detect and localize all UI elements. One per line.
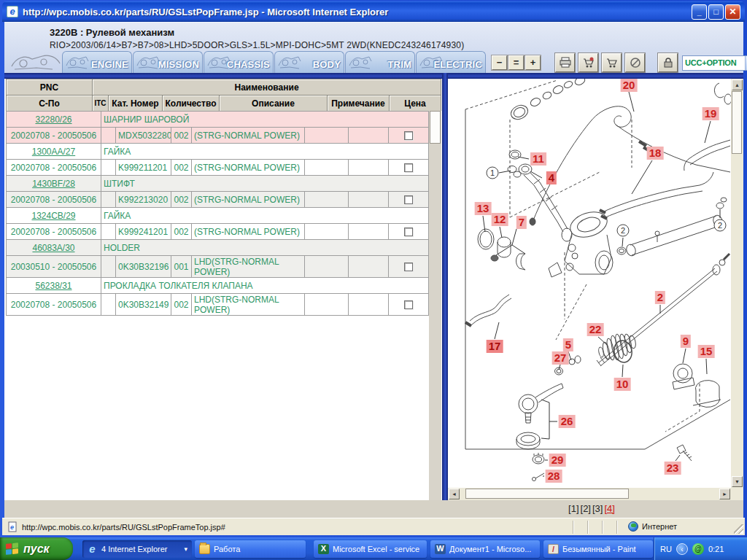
note-cell (305, 256, 349, 278)
part-checkbox[interactable] (404, 228, 413, 236)
taskbar-item-word[interactable]: WДокумент1 - Microso... (430, 540, 540, 558)
scroll-down-icon[interactable]: ▼ (732, 476, 743, 487)
part-number-cell: K992213020 (116, 192, 171, 208)
pnc-row: 56238/31ПРОКЛАДКА ТОЛКАТЕЛЯ КЛАПАНА (7, 278, 429, 294)
scroll-right-icon[interactable]: ► (719, 489, 730, 499)
part-callout-27[interactable]: 27 (552, 351, 569, 365)
cart-add-button[interactable] (578, 53, 598, 72)
tab-electric[interactable]: ELECTRIC (416, 51, 486, 73)
part-callout-19[interactable]: 19 (703, 107, 719, 120)
part-callout-9[interactable]: 9 (681, 335, 691, 348)
zoom-reset-button[interactable]: = (508, 55, 524, 70)
col-header-period: С-По (7, 96, 93, 112)
scroll-up-icon[interactable]: ▲ (732, 79, 743, 90)
part-name-cell: ШТИФТ (101, 176, 429, 192)
status-separator (616, 521, 618, 534)
taskbar-item-excel[interactable]: XMicrosoft Excel - service (314, 540, 427, 558)
period-cell: 20020708 - 20050506 (7, 192, 101, 208)
part-callout-5[interactable]: 5 (563, 338, 573, 351)
part-callout-20[interactable]: 20 (621, 79, 638, 92)
tab-body[interactable]: BODY (274, 51, 344, 73)
taskbar-item-paint[interactable]: /Безымянный - Paint (543, 540, 653, 558)
diagram-frame: 20191811413127217225271091526292823122 ▲… (448, 79, 743, 500)
lock-button[interactable] (658, 53, 678, 72)
part-callout-18[interactable]: 18 (647, 147, 664, 160)
part-callout-10[interactable]: 10 (614, 378, 631, 391)
part-callout-2[interactable]: 2 (655, 291, 665, 304)
part-callout-17[interactable]: 17 (487, 340, 503, 353)
cancel-button[interactable] (625, 53, 645, 72)
svg-text:e: e (10, 524, 14, 531)
print-button[interactable] (555, 53, 575, 72)
part-checkbox[interactable] (404, 163, 413, 172)
zoom-in-button[interactable]: + (525, 55, 541, 70)
pnc-cell: 1430BF/28 (7, 176, 101, 192)
part-checkbox[interactable] (404, 300, 413, 309)
part-callout-15[interactable]: 15 (698, 345, 715, 358)
start-button[interactable]: пуск (0, 537, 73, 560)
diagram-vscrollbar-thumb[interactable] (732, 91, 742, 154)
part-number-cell: 0K30B32196 (116, 256, 171, 278)
pnc-link[interactable]: 32280/26 (35, 114, 71, 125)
part-line-art-icon (347, 52, 374, 71)
part-callout-7[interactable]: 7 (516, 216, 527, 229)
tab-label: BODY (313, 59, 341, 70)
select-cell (389, 224, 429, 240)
pnc-link[interactable]: 56238/31 (35, 281, 71, 291)
scroll-left-icon[interactable]: ◄ (449, 489, 460, 499)
page-link-1[interactable]: [1] (568, 503, 578, 514)
taskbar-item-folder[interactable]: Работа (195, 540, 306, 558)
pnc-cell: 56238/31 (7, 278, 101, 294)
pnc-cell: 32280/26 (7, 112, 101, 128)
tab-engine[interactable]: ENGINE (62, 51, 132, 73)
diagram-hscrollbar[interactable]: ◄ ► (448, 488, 731, 500)
part-callout-11[interactable]: 11 (530, 152, 546, 166)
table-scrollbar-thumb[interactable] (430, 111, 441, 144)
col-header-name: Наименование (93, 79, 441, 96)
chevron-down-icon[interactable]: ▾ (184, 545, 187, 553)
page-link-3[interactable]: [3] (592, 503, 603, 514)
part-callout-22[interactable]: 22 (587, 323, 604, 336)
taskbar-item-ie[interactable]: e4 Internet Explorer▾ (82, 540, 192, 558)
cart-button[interactable] (602, 53, 622, 72)
language-indicator[interactable]: RU (660, 545, 672, 553)
frame-divider[interactable] (442, 73, 448, 518)
quantity-cell: 002 (171, 192, 192, 208)
col-header-note: Примечание (328, 96, 390, 112)
quantity-cell: 002 (171, 160, 192, 176)
part-callout-13[interactable]: 13 (475, 202, 492, 215)
pnc-link[interactable]: 46083A/30 (32, 243, 74, 253)
tab-chassis[interactable]: CHASSIS (204, 51, 274, 73)
table-scrollbar[interactable] (429, 111, 441, 500)
maximize-button[interactable]: □ (708, 4, 724, 20)
part-callout-29[interactable]: 29 (549, 454, 566, 467)
page-link-2[interactable]: [2] (581, 503, 591, 514)
close-button[interactable]: ✕ (725, 4, 740, 20)
hide-icons-chevron-icon[interactable]: ‹ (676, 543, 688, 555)
messenger-tray-icon[interactable]: @ (692, 543, 704, 555)
part-checkbox[interactable] (404, 195, 413, 204)
diagram-hscrollbar-thumb[interactable] (465, 489, 629, 499)
part-callout-4[interactable]: 4 (546, 171, 557, 184)
part-detail-row: 20020708 - 20050506K999241201002(STRG-NO… (7, 224, 429, 240)
option-dropdown[interactable]: UCC+OPTION ▼ (682, 55, 747, 71)
part-detail-row: 20020708 - 200505060K30B32149002LHD(STRG… (7, 294, 429, 316)
part-checkbox[interactable] (404, 262, 413, 271)
diagram-vscrollbar[interactable]: ▲ ▼ (731, 79, 743, 488)
part-checkbox[interactable] (404, 131, 413, 140)
part-callout-28[interactable]: 28 (546, 470, 562, 483)
part-callout-26[interactable]: 26 (559, 415, 576, 428)
pnc-link[interactable]: 1300AA/27 (32, 147, 75, 157)
toolbar: − = + (492, 53, 747, 72)
part-callout-23[interactable]: 23 (665, 462, 681, 475)
zoom-out-button[interactable]: − (492, 55, 507, 70)
pnc-link[interactable]: 1324CB/29 (31, 211, 75, 221)
part-callout-12[interactable]: 12 (492, 213, 508, 226)
pnc-link[interactable]: 1430BF/28 (32, 179, 75, 189)
tab-mission[interactable]: MISSION (133, 51, 203, 73)
resize-grip[interactable] (734, 524, 743, 534)
page-link-4[interactable]: [4] (604, 503, 614, 514)
tab-trim[interactable]: TRIM (345, 51, 415, 73)
price-cell (349, 294, 389, 316)
minimize-button[interactable]: _ (692, 4, 707, 20)
